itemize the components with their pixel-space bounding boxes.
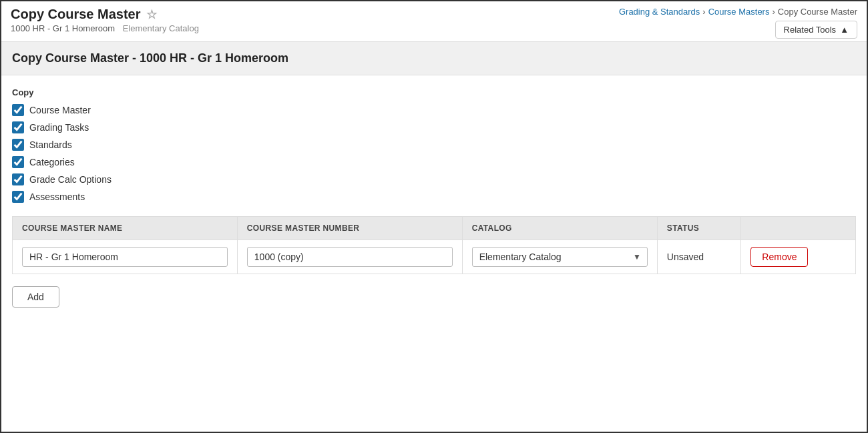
cell-course-master-name <box>13 240 238 274</box>
chevron-up-icon: ▲ <box>840 25 849 35</box>
cell-status: Unsaved <box>657 240 741 274</box>
checkbox-label-grade-calc: Grade Calc Options <box>29 174 112 185</box>
checkbox-standards[interactable] <box>12 139 24 151</box>
header-right: Grading & Standards › Course Masters › C… <box>619 7 857 39</box>
page-header-title: Copy Course Master ☆ <box>11 7 199 22</box>
col-header-actions <box>741 217 856 240</box>
checkbox-course-master[interactable] <box>12 104 24 116</box>
checkbox-item-assessments[interactable]: Assessments <box>12 191 856 203</box>
title-text: Copy Course Master <box>11 7 141 22</box>
checkbox-list: Course Master Grading Tasks Standards Ca… <box>12 104 856 203</box>
col-header-number: COURSE MASTER NUMBER <box>237 217 462 240</box>
breadcrumb-grading-standards[interactable]: Grading & Standards <box>619 7 700 17</box>
course-master-number-input[interactable] <box>247 247 453 267</box>
related-tools-button[interactable]: Related Tools ▲ <box>775 21 857 39</box>
related-tools-label: Related Tools <box>784 25 837 35</box>
table-row: Elementary Catalog ▼ Unsaved Remove <box>13 240 856 274</box>
breadcrumb-sep-1: › <box>702 7 705 17</box>
header-left: Copy Course Master ☆ 1000 HR - Gr 1 Home… <box>11 7 199 33</box>
checkbox-assessments[interactable] <box>12 191 24 203</box>
catalog-select[interactable]: Elementary Catalog <box>472 247 648 267</box>
checkbox-grade-calc[interactable] <box>12 173 24 185</box>
checkbox-label-assessments: Assessments <box>29 191 85 202</box>
course-master-name-input[interactable] <box>22 247 228 267</box>
remove-button[interactable]: Remove <box>750 247 808 267</box>
cell-course-master-number <box>237 240 462 274</box>
star-icon[interactable]: ☆ <box>146 7 157 22</box>
subtitle-course: 1000 HR - Gr 1 Homeroom <box>11 23 115 33</box>
checkbox-label-course-master: Course Master <box>29 105 91 115</box>
col-header-catalog: CATALOG <box>462 217 657 240</box>
header-subtitle: 1000 HR - Gr 1 Homeroom Elementary Catal… <box>11 23 199 33</box>
catalog-select-wrapper: Elementary Catalog ▼ <box>472 247 648 267</box>
header: Copy Course Master ☆ 1000 HR - Gr 1 Home… <box>1 1 867 42</box>
checkbox-label-categories: Categories <box>29 157 75 167</box>
cell-actions: Remove <box>741 240 856 274</box>
page-title: Copy Course Master - 1000 HR - Gr 1 Home… <box>12 51 288 65</box>
breadcrumb-sep-2: › <box>772 7 775 17</box>
table-header-row: COURSE MASTER NAME COURSE MASTER NUMBER … <box>13 217 856 240</box>
course-master-table: COURSE MASTER NAME COURSE MASTER NUMBER … <box>12 216 856 274</box>
breadcrumb-course-masters[interactable]: Course Masters <box>708 7 770 17</box>
checkbox-label-grading-tasks: Grading Tasks <box>29 122 89 133</box>
checkbox-categories[interactable] <box>12 156 24 168</box>
cell-catalog: Elementary Catalog ▼ <box>462 240 657 274</box>
copy-section-label: Copy <box>12 87 856 97</box>
status-text: Unsaved <box>667 252 704 262</box>
checkbox-item-grade-calc[interactable]: Grade Calc Options <box>12 173 856 185</box>
col-header-status: STATUS <box>657 217 741 240</box>
checkbox-grading-tasks[interactable] <box>12 121 24 133</box>
checkbox-item-grading-tasks[interactable]: Grading Tasks <box>12 121 856 133</box>
checkbox-item-course-master[interactable]: Course Master <box>12 104 856 116</box>
col-header-name: COURSE MASTER NAME <box>13 217 238 240</box>
main-content: Copy Course Master Grading Tasks Standar… <box>1 75 867 320</box>
subtitle-catalog: Elementary Catalog <box>123 23 199 33</box>
checkbox-label-standards: Standards <box>29 139 72 150</box>
breadcrumb: Grading & Standards › Course Masters › C… <box>619 7 857 17</box>
checkbox-item-categories[interactable]: Categories <box>12 156 856 168</box>
breadcrumb-current: Copy Course Master <box>778 7 857 17</box>
checkbox-item-standards[interactable]: Standards <box>12 139 856 151</box>
add-button[interactable]: Add <box>12 286 59 308</box>
page-title-bar: Copy Course Master - 1000 HR - Gr 1 Home… <box>1 42 867 75</box>
